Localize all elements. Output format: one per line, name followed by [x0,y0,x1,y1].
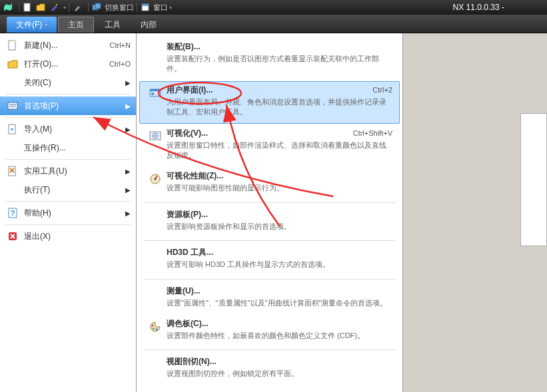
svg-point-1 [56,4,57,5]
menu-shortcut: Ctrl+O [109,60,131,68]
dropdown-icon[interactable]: ▾ [169,5,172,11]
file-menu: 新建(N)... Ctrl+N 打开(O)... Ctrl+O 关闭(C) ▶ … [0,33,137,392]
sub-palette[interactable]: 调色板(C)... 设置部件颜色特性，如最喜欢的颜色和颜色定义文件 (CDF)。 [139,315,400,347]
menu-open[interactable]: 打开(O)... Ctrl+O [0,55,136,73]
sub-desc: 设置可能影响图形性能的显示行为。 [167,183,392,193]
open-folder-icon[interactable] [35,2,46,13]
sub-visual-performance[interactable]: 可视化性能(Z)... 设置可能影响图形性能的显示行为。 [139,167,400,199]
tab-file[interactable]: 文件(F) ▾ [7,17,57,33]
menu-label: 打开(O)... [24,59,109,70]
submenu-separator [143,240,396,241]
visual-icon [147,129,164,142]
sub-measure[interactable]: 测量(U)... 设置"面属性"、"质量属性"以及"用曲线计算面积"测量命令的首… [139,282,400,314]
menu-separator [5,94,131,95]
open-icon [5,58,20,70]
dropdown-icon[interactable]: ▾ [63,5,66,11]
toolbar-separator [88,3,89,12]
menu-shortcut: Ctrl+N [110,41,131,49]
toolbar-separator [19,3,19,12]
svg-rect-16 [150,89,161,91]
tab-label: 工具 [105,19,121,31]
dropdown-icon: ▾ [45,22,47,28]
menu-utilities[interactable]: 实用工具(U) ▶ [0,162,136,180]
blank-icon [5,184,20,196]
menu-import[interactable]: 导入(M) ▶ [0,120,136,138]
new-doc-icon[interactable] [22,2,33,13]
preferences-submenu: 装配(B)... 设置装配行为，例如是否以图形方式着重显示装配关联中的工作部件。… [137,33,403,392]
tab-internal[interactable]: 内部 [131,17,166,33]
switch-window-label[interactable]: 切换窗口 [105,3,134,13]
menu-label: 互操作(R)... [24,142,131,154]
menu-label: 导入(M) [24,124,125,135]
sub-title: 可视化(V)... [167,128,208,139]
workspace: 新建(N)... Ctrl+N 打开(O)... Ctrl+O 关闭(C) ▶ … [0,33,547,392]
svg-point-23 [152,325,154,327]
svg-rect-0 [24,3,30,11]
sub-view-section[interactable]: 视图剖切(N)... 设置视图剖切控件，例如锁定所有平面。 [139,353,400,385]
svg-rect-5 [142,4,149,6]
wizard-icon[interactable] [49,2,59,13]
blank-icon [147,287,164,300]
menu-label: 关闭(C) [24,77,125,89]
menu-separator [5,224,131,225]
sub-desc: 设置部件颜色特性，如最喜欢的颜色和颜色定义文件 (CDF)。 [167,331,392,341]
utilities-icon [5,165,20,177]
title-bar: ▾ 切换窗口 窗口 ▾ NX 11.0.0.33 - [0,0,547,15]
sub-desc: 为用户界面布局、外观、角色和消息设置首选项，并提供操作记录录制工具、宏和用户工具… [167,97,392,118]
content-area [403,33,547,392]
submenu-arrow-icon: ▶ [125,79,131,87]
menu-help[interactable]: ? 帮助(H) ▶ [0,204,136,222]
sub-title: 调色板(C)... [167,318,209,329]
submenu-separator [143,202,396,203]
ui-icon [147,86,164,99]
sub-hd3d[interactable]: HD3D 工具... 设置可影响 HD3D 工具操作与显示方式的首选项。 [139,244,400,276]
perf-icon [147,172,164,185]
submenu-arrow-icon: ▶ [125,102,131,110]
submenu-arrow-icon: ▶ [125,210,131,217]
windows-icon[interactable] [91,2,102,13]
menu-new[interactable]: 新建(N)... Ctrl+N [0,36,136,55]
sub-desc: 设置可影响 HD3D 工具操作与显示方式的首选项。 [167,260,392,270]
window-label[interactable]: 窗口 [153,3,168,13]
menu-interop[interactable]: 互操作(R)... [0,138,136,157]
sub-desc: 设置图形窗口特性，如部件渲染样式、选择和取消着重颜色以及直线反锯齿。 [167,140,392,161]
menu-exit[interactable]: 退出(X) [0,227,136,246]
menu-separator [5,117,131,118]
blank-icon [147,357,164,371]
svg-rect-7 [8,102,17,109]
menu-separator [5,159,131,160]
tab-tools[interactable]: 工具 [95,17,130,33]
menu-execute[interactable]: 执行(T) ▶ [0,180,136,199]
svg-text:?: ? [11,209,15,217]
tab-home[interactable]: 主页 [58,17,94,33]
sub-shortcut: Ctrl+2 [372,86,392,94]
sub-visualization[interactable]: 可视化(V)... Ctrl+Shift+V 设置图形窗口特性，如部件渲染样式、… [139,124,400,167]
sub-user-interface[interactable]: 用户界面(I)... Ctrl+2 为用户界面布局、外观、角色和消息设置首选项，… [139,81,400,124]
menu-close[interactable]: 关闭(C) ▶ [0,73,136,92]
blank-icon [5,77,20,89]
svg-point-17 [151,93,154,95]
menu-label: 首选项(P) [24,100,125,112]
sub-assembly[interactable]: 装配(B)... 设置装配行为，例如是否以图形方式着重显示装配关联中的工作部件。 [139,38,400,81]
menu-label: 实用工具(U) [24,166,125,177]
sub-desc: 设置装配行为，例如是否以图形方式着重显示装配关联中的工作部件。 [167,54,392,75]
brush-icon[interactable] [72,2,83,13]
submenu-arrow-icon: ▶ [125,126,131,133]
submenu-separator [143,279,396,280]
svg-point-24 [153,328,155,330]
sub-resource-bar[interactable]: 资源板(P)... 设置影响资源板操作和显示的首选项。 [139,206,400,238]
side-panel [520,113,547,246]
menu-separator [5,201,131,202]
blank-icon [147,43,164,56]
submenu-arrow-icon: ▶ [125,186,131,194]
blank-icon [147,210,164,224]
sub-title: HD3D 工具... [167,247,213,258]
window-icon[interactable] [140,2,151,13]
import-icon [5,123,20,135]
ribbon-tabbar: 文件(F) ▾ 主页 工具 内部 [0,15,547,33]
tab-label: 主页 [68,19,84,31]
toolbar-separator [69,3,69,12]
menu-label: 退出(X) [24,231,131,242]
menu-preferences[interactable]: 首选项(P) ▶ [0,97,136,115]
palette-icon [147,319,164,333]
